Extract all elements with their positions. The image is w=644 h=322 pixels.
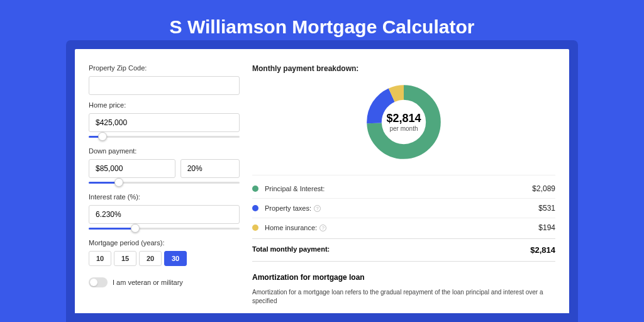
zip-input[interactable] — [89, 76, 240, 95]
slider-thumb[interactable] — [114, 178, 123, 187]
down-payment-input[interactable] — [89, 159, 175, 178]
home-price-label: Home price: — [89, 101, 240, 109]
legend: Principal & Interest:$2,089Property taxe… — [252, 179, 555, 237]
veteran-toggle[interactable] — [89, 277, 108, 287]
zip-label: Property Zip Code: — [89, 64, 240, 72]
interest-group: Interest rate (%): — [89, 193, 240, 233]
donut-amount: $2,814 — [386, 112, 421, 125]
period-button-20[interactable]: 20 — [139, 251, 162, 266]
amort-header: Amortization for mortgage loan — [252, 273, 555, 282]
donut-wrap: $2,814 per month — [252, 80, 555, 171]
interest-input[interactable] — [89, 205, 240, 224]
breakdown-header: Monthly payment breakdown: — [252, 64, 555, 73]
slider-thumb[interactable] — [131, 224, 140, 233]
form-column: Property Zip Code: Home price: Down paym… — [89, 64, 240, 313]
slider-thumb[interactable] — [98, 132, 107, 141]
period-buttons: 10152030 — [89, 251, 240, 266]
interest-label: Interest rate (%): — [89, 193, 240, 201]
info-icon[interactable]: ? — [314, 205, 321, 212]
home-price-slider[interactable] — [89, 133, 240, 141]
period-group: Mortgage period (years): 10152030 — [89, 239, 240, 266]
legend-row: Property taxes: ?$531 — [252, 199, 555, 218]
home-price-group: Home price: — [89, 101, 240, 141]
period-label: Mortgage period (years): — [89, 239, 240, 247]
total-value: $2,814 — [530, 245, 555, 255]
amortization-section: Amortization for mortgage loan Amortizat… — [252, 273, 555, 306]
legend-value: $531 — [538, 204, 555, 213]
legend-label: Principal & Interest: — [265, 185, 532, 192]
amort-text: Amortization for a mortgage loan refers … — [252, 288, 555, 306]
interest-slider[interactable] — [89, 225, 240, 233]
period-button-15[interactable]: 15 — [114, 251, 136, 266]
down-payment-group: Down payment: — [89, 147, 240, 187]
period-button-30[interactable]: 30 — [164, 251, 187, 266]
legend-dot — [252, 205, 258, 211]
period-button-10[interactable]: 10 — [89, 251, 111, 266]
total-row: Total monthly payment: $2,814 — [252, 238, 555, 262]
zip-group: Property Zip Code: — [89, 64, 240, 95]
down-payment-pct-input[interactable] — [180, 159, 240, 178]
legend-value: $194 — [538, 223, 555, 232]
info-icon[interactable]: ? — [319, 225, 326, 231]
donut-sub: per month — [389, 125, 418, 132]
breakdown-column: Monthly payment breakdown: $2,814 per mo… — [252, 64, 555, 313]
calculator-panel: Property Zip Code: Home price: Down paym… — [75, 49, 569, 313]
legend-dot — [252, 186, 258, 192]
down-payment-slider[interactable] — [89, 179, 240, 187]
divider — [252, 175, 555, 175]
veteran-label: I am veteran or military — [113, 279, 183, 286]
legend-dot — [252, 225, 258, 231]
legend-label: Property taxes: ? — [265, 204, 538, 212]
legend-row: Principal & Interest:$2,089 — [252, 179, 555, 199]
legend-row: Home insurance: ?$194 — [252, 218, 555, 237]
legend-label: Home insurance: ? — [265, 224, 538, 231]
legend-value: $2,089 — [532, 184, 555, 193]
total-label: Total monthly payment: — [252, 245, 530, 255]
down-payment-label: Down payment: — [89, 147, 240, 155]
donut-chart: $2,814 per month — [365, 83, 443, 161]
home-price-input[interactable] — [89, 113, 240, 132]
page-title: S Williamson Mortgage Calculator — [0, 0, 644, 49]
veteran-row: I am veteran or military — [89, 277, 240, 287]
